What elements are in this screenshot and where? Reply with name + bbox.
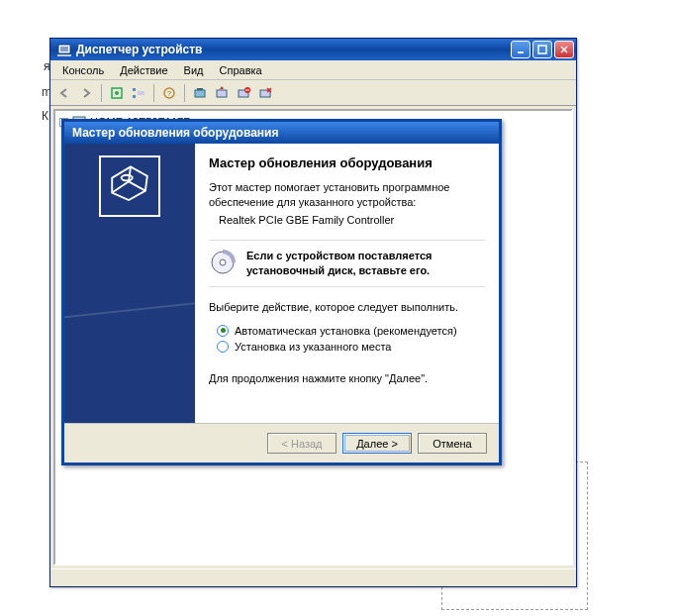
wizard-title-text: Мастер обновления оборудования: [72, 126, 278, 140]
menu-view[interactable]: Вид: [176, 62, 212, 78]
hardware-update-wizard: Мастер обновления оборудования Мастер об…: [61, 119, 502, 465]
wizard-heading: Мастер обновления оборудования: [209, 155, 485, 170]
continue-hint-text: Для продолжения нажмите кнопку "Далее".: [209, 372, 485, 384]
next-button[interactable]: Далее >: [342, 433, 412, 454]
svg-rect-9: [133, 88, 136, 91]
svg-rect-11: [138, 91, 144, 95]
window-title: Диспетчер устройств: [76, 43, 509, 56]
toolbar-forward-icon[interactable]: [76, 83, 96, 103]
radio-unchecked-icon: [217, 341, 229, 353]
close-button[interactable]: [554, 41, 574, 58]
toolbar-scan-icon[interactable]: [190, 83, 210, 103]
insert-disc-text: Если с устройством поставляется установо…: [246, 249, 485, 278]
select-action-text: Выберите действие, которое следует выпол…: [209, 301, 485, 313]
toolbar-uninstall-icon[interactable]: [255, 83, 275, 103]
menu-action[interactable]: Действие: [112, 62, 175, 78]
svg-point-28: [220, 259, 226, 265]
svg-rect-15: [197, 88, 203, 90]
svg-rect-25: [101, 157, 158, 215]
toolbar-tree-icon[interactable]: [129, 83, 148, 103]
menubar: Консоль Действие Вид Справка: [50, 60, 576, 80]
toolbar-properties-icon[interactable]: [107, 83, 127, 103]
toolbar: ?: [50, 80, 576, 106]
svg-rect-14: [195, 90, 205, 97]
minimize-button[interactable]: [511, 41, 530, 58]
device-name-text: Realtek PCIe GBE Family Controller: [209, 214, 485, 226]
toolbar-help-icon[interactable]: ?: [159, 83, 179, 103]
wizard-titlebar[interactable]: Мастер обновления оборудования: [64, 122, 499, 144]
wizard-graphic-icon: [99, 155, 160, 217]
toolbar-back-icon[interactable]: [54, 83, 74, 103]
wizard-content: Мастер обновления оборудования Этот маст…: [195, 144, 499, 423]
toolbar-separator: [153, 84, 154, 102]
titlebar[interactable]: Диспетчер устройств: [50, 39, 576, 60]
svg-text:?: ?: [167, 89, 172, 98]
svg-rect-16: [217, 90, 227, 97]
bg-char: К: [42, 109, 48, 123]
radio-specify-location[interactable]: Установка из указанного места: [209, 339, 485, 355]
wizard-description: Этот мастер помогает установить программ…: [209, 180, 485, 210]
svg-rect-2: [57, 54, 71, 56]
svg-rect-10: [133, 95, 136, 98]
radio-checked-icon: [217, 325, 229, 337]
svg-rect-4: [538, 46, 546, 53]
cancel-button[interactable]: Отмена: [418, 433, 487, 454]
cd-icon: [209, 249, 237, 278]
svg-point-8: [115, 91, 119, 95]
toolbar-update-icon[interactable]: [212, 83, 232, 103]
statusbar: [50, 568, 576, 586]
radio-auto-install[interactable]: Автоматическая установка (рекомендуется): [209, 323, 485, 339]
toolbar-disable-icon[interactable]: [234, 83, 253, 103]
app-icon: [56, 42, 72, 57]
back-button: < Назад: [267, 433, 336, 454]
maximize-button[interactable]: [532, 41, 552, 58]
svg-rect-1: [60, 47, 68, 51]
toolbar-separator: [101, 84, 102, 102]
wizard-sidebar: [64, 144, 195, 423]
radio-auto-label: Автоматическая установка (рекомендуется): [235, 325, 457, 337]
radio-manual-label: Установка из указанного места: [235, 341, 391, 353]
menu-console[interactable]: Консоль: [54, 62, 112, 78]
toolbar-separator: [184, 84, 185, 102]
menu-help[interactable]: Справка: [212, 62, 270, 78]
wizard-buttonbar: < Назад Далее > Отмена: [64, 423, 499, 462]
